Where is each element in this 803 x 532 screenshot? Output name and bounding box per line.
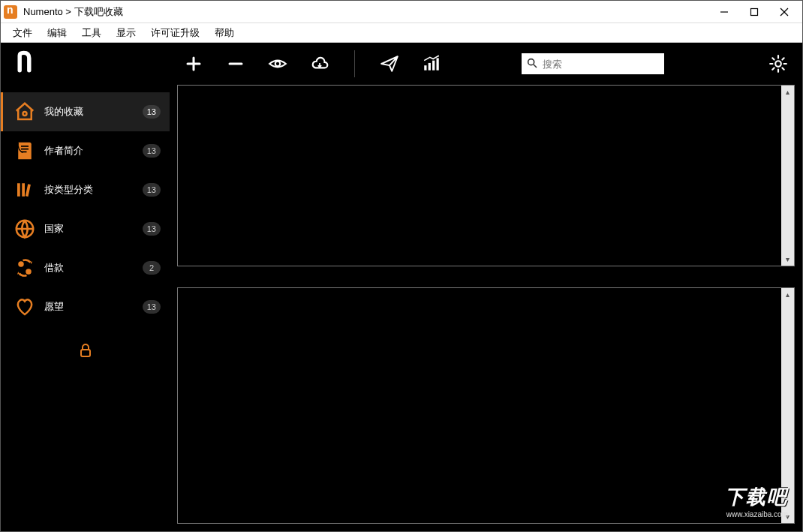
scroll-up-arrow[interactable]: ▴ bbox=[781, 86, 794, 98]
plus-icon bbox=[185, 55, 203, 73]
search-input[interactable] bbox=[543, 59, 669, 70]
gear-icon bbox=[768, 54, 788, 74]
svg-rect-6 bbox=[22, 183, 25, 197]
menu-file[interactable]: 文件 bbox=[5, 26, 40, 40]
add-button[interactable] bbox=[183, 53, 204, 74]
svg-rect-13 bbox=[424, 65, 426, 71]
svg-rect-5 bbox=[17, 183, 20, 197]
maximize-button[interactable] bbox=[739, 2, 769, 23]
books-icon bbox=[10, 179, 40, 201]
bottom-panel: ▴ ▾ 下载吧 www.xiazaiba.com bbox=[177, 287, 795, 524]
minus-icon bbox=[227, 55, 245, 73]
top-panel: ▴ ▾ bbox=[177, 85, 795, 266]
bar-chart-icon bbox=[422, 54, 441, 74]
sidebar-item-label: 我的收藏 bbox=[40, 105, 143, 119]
app-logo-icon bbox=[4, 5, 17, 19]
cloud-download-icon bbox=[310, 54, 329, 74]
sidebar-item-label: 按类型分类 bbox=[40, 183, 143, 197]
brand-n-icon bbox=[14, 49, 41, 76]
sidebar-item-count: 13 bbox=[143, 144, 161, 158]
svg-rect-7 bbox=[26, 184, 31, 197]
sidebar-item-my-collection[interactable]: 我的收藏 13 bbox=[1, 92, 170, 131]
sidebar-item-country[interactable]: 国家 13 bbox=[1, 209, 170, 248]
menu-help[interactable]: 帮助 bbox=[207, 26, 242, 40]
search-icon bbox=[526, 57, 538, 71]
svg-point-12 bbox=[275, 62, 281, 67]
home-icon bbox=[10, 101, 40, 123]
close-button[interactable] bbox=[769, 2, 799, 23]
svg-line-18 bbox=[534, 65, 537, 68]
sidebar-item-label: 作者简介 bbox=[40, 144, 143, 158]
sidebar-item-count: 13 bbox=[143, 222, 161, 236]
scroll-down-arrow[interactable]: ▾ bbox=[781, 253, 794, 266]
paper-plane-icon bbox=[380, 54, 399, 74]
watermark-text: 下载吧 bbox=[725, 484, 788, 510]
lock-icon bbox=[77, 341, 95, 359]
menu-display[interactable]: 显示 bbox=[109, 26, 143, 40]
sidebar-item-loans[interactable]: 借款 2 bbox=[1, 248, 170, 287]
menu-tools[interactable]: 工具 bbox=[74, 26, 109, 40]
sidebar-item-count: 13 bbox=[143, 105, 161, 119]
globe-icon bbox=[10, 218, 40, 240]
menubar: 文件 编辑 工具 显示 许可证升级 帮助 bbox=[1, 23, 802, 43]
svg-point-10 bbox=[26, 269, 32, 275]
brand-logo bbox=[1, 43, 170, 82]
lock-button[interactable] bbox=[77, 341, 95, 362]
sidebar-item-wishlist[interactable]: 愿望 13 bbox=[1, 287, 170, 326]
svg-rect-14 bbox=[429, 63, 431, 71]
heart-icon bbox=[10, 296, 40, 318]
stats-button[interactable] bbox=[421, 53, 442, 74]
menu-license-upgrade[interactable]: 许可证升级 bbox=[143, 26, 207, 40]
watermark: 下载吧 www.xiazaiba.com bbox=[725, 484, 788, 518]
menu-edit[interactable]: 编辑 bbox=[40, 26, 74, 40]
titlebar: Numento > 下载吧收藏 bbox=[1, 1, 802, 23]
sidebar-item-count: 2 bbox=[143, 261, 161, 275]
search-box[interactable] bbox=[522, 53, 664, 74]
remove-button[interactable] bbox=[225, 53, 246, 74]
minimize-button[interactable] bbox=[709, 2, 739, 23]
document-icon bbox=[10, 140, 40, 162]
content-area: ▴ ▾ ▴ ▾ 下载吧 www.xiazaiba.com bbox=[170, 85, 802, 531]
sidebar-item-label: 借款 bbox=[40, 261, 143, 275]
svg-point-17 bbox=[528, 59, 534, 65]
scroll-up-arrow[interactable]: ▴ bbox=[781, 288, 794, 301]
preview-button[interactable] bbox=[267, 53, 288, 74]
toolbar bbox=[170, 43, 802, 85]
scroll-track[interactable] bbox=[781, 98, 794, 253]
window-title: Numento > 下载吧收藏 bbox=[23, 5, 123, 19]
scrollbar-vertical[interactable]: ▴ ▾ bbox=[781, 86, 794, 266]
sidebar-item-category[interactable]: 按类型分类 13 bbox=[1, 170, 170, 209]
svg-rect-1 bbox=[751, 8, 758, 15]
toolbar-divider bbox=[354, 50, 355, 77]
svg-point-19 bbox=[775, 61, 781, 67]
send-button[interactable] bbox=[379, 53, 400, 74]
people-exchange-icon bbox=[10, 257, 40, 279]
scroll-track[interactable] bbox=[781, 301, 794, 510]
cloud-button[interactable] bbox=[309, 53, 330, 74]
sidebar: 我的收藏 13 作者简介 13 按类型分类 bbox=[1, 43, 170, 531]
sidebar-item-count: 13 bbox=[143, 300, 161, 314]
eye-icon bbox=[268, 54, 287, 74]
svg-rect-15 bbox=[432, 61, 435, 71]
svg-point-9 bbox=[18, 261, 24, 267]
svg-rect-11 bbox=[81, 350, 90, 356]
settings-button[interactable] bbox=[768, 53, 789, 74]
sidebar-item-label: 国家 bbox=[40, 222, 143, 236]
watermark-url: www.xiazaiba.com bbox=[726, 510, 788, 518]
sidebar-item-author[interactable]: 作者简介 13 bbox=[1, 131, 170, 170]
svg-point-4 bbox=[23, 112, 27, 116]
svg-rect-16 bbox=[437, 58, 439, 70]
sidebar-item-count: 13 bbox=[143, 183, 161, 197]
main-area: ▴ ▾ ▴ ▾ 下载吧 www.xiazaiba.com bbox=[170, 43, 802, 531]
sidebar-item-label: 愿望 bbox=[40, 300, 143, 314]
